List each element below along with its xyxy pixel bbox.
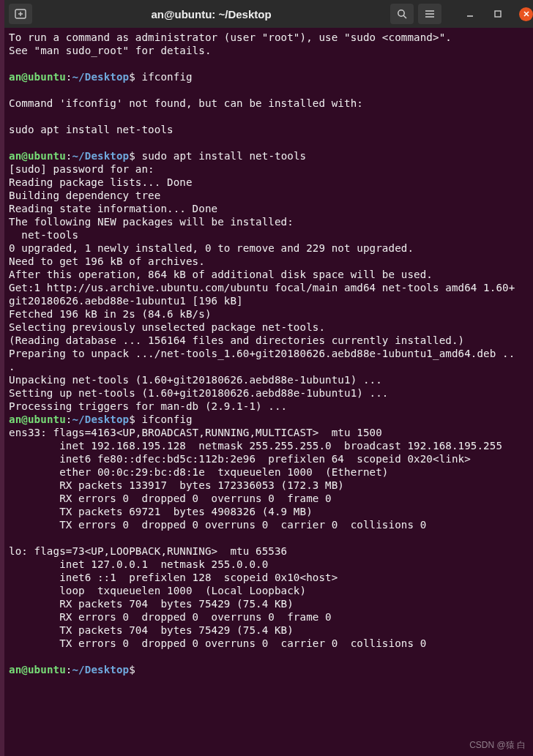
ifconfig-line: TX errors 0 dropped 0 overruns 0 carrier… (9, 637, 426, 649)
apt-line: Reading state information... Done (9, 203, 217, 214)
terminal-window: an@ubuntu: ~/Desktop To (4, 0, 533, 756)
menu-button[interactable] (418, 4, 441, 24)
terminal-body[interactable]: To run a command as administrator (user … (4, 28, 533, 756)
prompt-dollar: $ (129, 150, 135, 162)
apt-line: . (9, 361, 15, 373)
hamburger-icon (425, 10, 435, 18)
ifconfig-line: RX errors 0 dropped 0 overruns 0 frame 0 (9, 611, 332, 623)
prompt-at: @ (21, 71, 28, 83)
apt-line: After this operation, 864 kB of addition… (9, 269, 433, 280)
ifconfig-line: lo: flags=73<UP,LOOPBACK,RUNNING> mtu 65… (9, 545, 287, 557)
window-title: an@ubuntu: ~/Desktop (37, 8, 386, 20)
ifconfig-line: TX packets 69721 bytes 4908326 (4.9 MB) (9, 506, 313, 517)
ifconfig-line: RX errors 0 dropped 0 overruns 0 frame 0 (9, 493, 332, 504)
apt-line: Fetched 196 kB in 2s (84.6 kB/s) (9, 308, 212, 320)
minimize-icon (466, 10, 474, 18)
intro-line-2: See "man sudo_root" for details. (9, 45, 212, 56)
apt-line: The following NEW packages will be insta… (9, 216, 294, 228)
prompt-path: ~/Desktop (72, 71, 129, 83)
close-icon (523, 10, 530, 18)
maximize-icon (493, 10, 502, 18)
prompt-user: an (9, 71, 21, 83)
apt-line: 0 upgraded, 1 newly installed, 0 to remo… (9, 242, 414, 254)
apt-line: net-tools (9, 229, 78, 241)
prompt-user: an (9, 150, 21, 162)
titlebar: an@ubuntu: ~/Desktop (4, 0, 533, 28)
svg-line-4 (403, 15, 406, 18)
ifconfig-line: inet 192.168.195.128 netmask 255.255.255… (9, 440, 502, 452)
new-tab-icon (15, 9, 26, 19)
minimize-button[interactable] (462, 6, 478, 22)
apt-line: git20180626.aebd88e-1ubuntu1 [196 kB] (9, 295, 243, 307)
ifconfig-line: ether 00:0c:29:bc:d8:1e txqueuelen 1000 … (9, 466, 389, 478)
prompt-user: an (9, 413, 21, 425)
search-icon (397, 9, 407, 19)
notfound-line-1: Command 'ifconfig' not found, but can be… (9, 97, 363, 109)
prompt-path: ~/Desktop (72, 150, 129, 162)
watermark: CSDN @猿 白 (469, 739, 526, 752)
apt-line: (Reading database ... 156164 files and d… (9, 334, 464, 346)
prompt-path: ~/Desktop (72, 664, 129, 675)
prompt-dollar: $ (129, 664, 135, 675)
ifconfig-line: TX packets 704 bytes 75429 (75.4 KB) (9, 624, 294, 636)
notfound-line-2: sudo apt install net-tools (9, 124, 174, 135)
prompt-host: ubuntu (28, 150, 66, 162)
ifconfig-line: inet6 fe80::dfec:bd5c:112b:2e96 prefixle… (9, 453, 471, 465)
new-tab-button[interactable] (9, 4, 32, 24)
prompt-at: @ (21, 413, 28, 425)
apt-line: Need to get 196 kB of archives. (9, 255, 205, 267)
intro-line-1: To run a command as administrator (user … (9, 31, 452, 43)
apt-line: Reading package lists... Done (9, 176, 193, 188)
ifconfig-line: loop txqueuelen 1000 (Local Loopback) (9, 585, 306, 596)
command-3: ifconfig (135, 413, 193, 425)
command-2: sudo apt install net-tools (135, 150, 306, 162)
ifconfig-line: RX packets 133917 bytes 172336053 (172.3… (9, 479, 344, 491)
apt-line: Processing triggers for man-db (2.9.1-1)… (9, 400, 287, 412)
prompt-dollar: $ (129, 413, 135, 425)
ifconfig-line: inet6 ::1 prefixlen 128 scopeid 0x10<hos… (9, 572, 338, 583)
prompt-host: ubuntu (28, 71, 66, 83)
prompt-at: @ (21, 664, 28, 675)
command-1: ifconfig (135, 71, 193, 83)
apt-line: Get:1 http://us.archive.ubuntu.com/ubunt… (9, 282, 515, 293)
ifconfig-line: inet 127.0.0.1 netmask 255.0.0.0 (9, 558, 268, 570)
ifconfig-line: RX packets 704 bytes 75429 (75.4 KB) (9, 598, 294, 610)
svg-rect-9 (495, 11, 501, 17)
prompt-at: @ (21, 150, 28, 162)
apt-line: Selecting previously unselected package … (9, 321, 325, 333)
prompt-host: ubuntu (28, 664, 66, 675)
apt-line: Building dependency tree (9, 190, 205, 201)
close-button[interactable] (519, 7, 533, 21)
search-button[interactable] (390, 4, 414, 24)
apt-line: Preparing to unpack .../net-tools_1.60+g… (9, 348, 515, 359)
apt-line: Unpacking net-tools (1.60+git20180626.ae… (9, 374, 382, 386)
prompt-user: an (9, 664, 21, 675)
ifconfig-line: TX errors 0 dropped 0 overruns 0 carrier… (9, 519, 426, 531)
apt-line: [sudo] password for an: (9, 163, 160, 175)
svg-point-3 (398, 10, 404, 16)
prompt-host: ubuntu (28, 413, 66, 425)
apt-line: Setting up net-tools (1.60+git20180626.a… (9, 387, 389, 399)
command-4 (135, 664, 142, 675)
maximize-button[interactable] (490, 6, 506, 22)
prompt-path: ~/Desktop (72, 413, 129, 425)
prompt-dollar: $ (129, 71, 135, 83)
ifconfig-line: ens33: flags=4163<UP,BROADCAST,RUNNING,M… (9, 427, 382, 438)
